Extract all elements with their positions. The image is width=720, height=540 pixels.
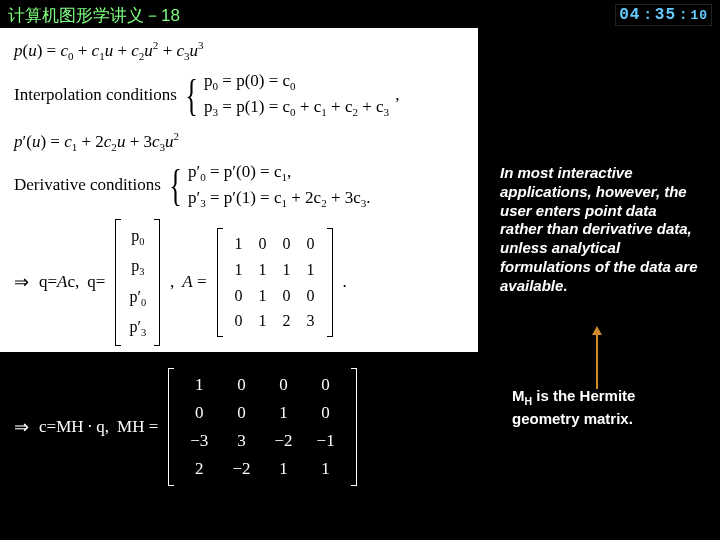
matrix-cell: 0	[227, 283, 251, 309]
matrix-cell: 0	[305, 371, 347, 399]
period: .	[343, 271, 347, 294]
matrix-cell: −1	[305, 427, 347, 455]
left-brace-icon: {	[169, 168, 182, 203]
slide-title: 计算机图形学讲义－18	[8, 4, 180, 27]
math-panel: p(u) = c0 + c1u + c2u2 + c3u3 Interpolat…	[0, 28, 478, 352]
matrix-cell: 3	[220, 427, 262, 455]
c-mhq-text: c=MH · q,	[39, 417, 109, 437]
matrix-cell: 0	[178, 399, 220, 427]
eq-derivative-poly: p′(u) = c1 + 2c2u + 3c3u2	[14, 129, 466, 155]
matrix-cell: 0	[299, 231, 323, 257]
deriv-eq-2: p′3 = p′(1) = c1 + 2c2 + 3c3.	[188, 187, 371, 211]
implies-icon: ⇒	[14, 416, 29, 438]
interp-label: Interpolation conditions	[14, 84, 177, 107]
matrix-cell: 0	[275, 283, 299, 309]
matrix-cell: 1	[251, 283, 275, 309]
matrix-cell: 1	[178, 371, 220, 399]
matrix-cell: 1	[262, 455, 304, 483]
matrix-cell: 0	[220, 399, 262, 427]
clock-minutes: 35	[655, 6, 676, 24]
matrix-cell: 0	[275, 231, 299, 257]
matrix-cell: 2	[178, 455, 220, 483]
deriv-eq-1: p′0 = p′(0) = c1,	[188, 161, 371, 185]
matrix-cell: −3	[178, 427, 220, 455]
eq-cubic-poly: p(u) = c0 + c1u + c2u2 + c3u3	[14, 38, 466, 64]
matrix-cell: 1	[251, 308, 275, 334]
matrix-cell: 1	[299, 257, 323, 283]
matrix-cell: 1	[262, 399, 304, 427]
derivative-conditions: Derivative conditions { p′0 = p′(0) = c1…	[14, 161, 466, 212]
eq-c-equals-mh-q: ⇒ c=MH · q, MH = 10000010−33−2−12−211	[0, 368, 359, 486]
clock-colon: :	[642, 7, 652, 23]
interp-eq-1: p0 = p(0) = c0	[204, 70, 389, 94]
matrix-cell: 0	[299, 283, 323, 309]
implies-icon: ⇒	[14, 270, 29, 294]
title-bar: 计算机图形学讲义－18 04 : 35 : 10	[0, 0, 720, 28]
matrix-cell: 1	[227, 231, 251, 257]
matrix-cell: 1	[275, 257, 299, 283]
matrix-cell: 0	[227, 308, 251, 334]
q-ac-text: q=Ac,	[39, 271, 79, 294]
hermite-caption: MH is the Hermite geometry matrix.	[512, 386, 692, 428]
q-vector: p0 p3 p′0 p′3	[115, 219, 160, 346]
clock-hours: 04	[619, 6, 640, 24]
comma: ,	[170, 271, 174, 294]
a-eq-text: A =	[182, 271, 206, 294]
matrix-cell: 1	[227, 257, 251, 283]
eq-q-equals-ac: ⇒ q=Ac, q= p0 p3 p′0 p′3 , A = 100011110…	[14, 219, 466, 346]
slide-content: p(u) = c0 + c1u + c2u2 + c3u3 Interpolat…	[0, 28, 720, 540]
caption-m: M	[512, 387, 525, 404]
clock-seconds: 10	[690, 8, 708, 23]
matrix-cell: −2	[262, 427, 304, 455]
matrix-cell: 0	[262, 371, 304, 399]
matrix-cell: 1	[305, 455, 347, 483]
trailing-comma: ,	[395, 84, 399, 107]
caption-h-sub: H	[525, 395, 533, 407]
mh-eq-text: MH =	[117, 417, 158, 437]
matrix-cell: 3	[299, 308, 323, 334]
matrix-cell: 0	[305, 399, 347, 427]
a-matrix: 1000111101000123	[217, 228, 333, 336]
matrix-cell: −2	[220, 455, 262, 483]
mh-matrix: 10000010−33−2−12−211	[168, 368, 356, 486]
q-eq-text: q=	[87, 271, 105, 294]
interp-eq-2: p3 = p(1) = c0 + c1 + c2 + c3	[204, 96, 389, 120]
side-note: In most interactive applications, howeve…	[500, 164, 700, 295]
interpolation-conditions: Interpolation conditions { p0 = p(0) = c…	[14, 70, 466, 121]
clock-colon: :	[678, 7, 688, 23]
matrix-cell: 0	[251, 231, 275, 257]
clock-widget: 04 : 35 : 10	[615, 4, 712, 26]
deriv-label: Derivative conditions	[14, 174, 161, 197]
matrix-cell: 2	[275, 308, 299, 334]
left-brace-icon: {	[185, 78, 198, 113]
matrix-cell: 1	[251, 257, 275, 283]
matrix-cell: 0	[220, 371, 262, 399]
arrow-up-icon	[592, 326, 602, 389]
